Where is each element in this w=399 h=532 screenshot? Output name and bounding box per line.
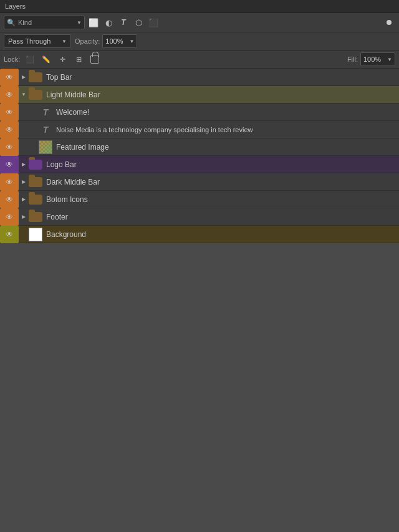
blend-mode-dropdown[interactable]: Pass Through ▼: [4, 34, 71, 48]
visibility-toggle[interactable]: 👁: [0, 156, 19, 173]
lock-all-icon[interactable]: [89, 53, 101, 65]
solid-layer-thumbnail: [29, 228, 42, 241]
lock-label: Lock:: [4, 56, 20, 63]
folder-icon: [29, 212, 42, 222]
layer-thumbnail: [29, 175, 42, 189]
filter-toggle[interactable]: [387, 20, 392, 25]
expand-chevron[interactable]: [19, 214, 29, 220]
layer-row[interactable]: 👁 T Welcome!: [0, 104, 399, 121]
chevron-down-icon: ▼: [77, 20, 82, 26]
opacity-arrow: ▼: [129, 39, 134, 44]
layers-list: 👁 Top Bar 👁 Light Middle Bar 👁: [0, 69, 399, 243]
expand-chevron[interactable]: [19, 92, 29, 97]
layer-row[interactable]: 👁 Top Bar: [0, 69, 399, 86]
kind-filter-dropdown[interactable]: 🔍 Kind ▼: [4, 16, 85, 29]
fill-arrow: ▼: [387, 57, 392, 62]
folder-icon: [29, 72, 42, 82]
layer-name: Top Bar: [46, 73, 399, 82]
eye-icon: 👁: [6, 195, 13, 204]
opacity-dropdown[interactable]: 100% ▼: [102, 34, 137, 48]
panel-title: Layers: [0, 0, 399, 13]
opacity-control: Opacity: 100% ▼: [75, 34, 137, 48]
visibility-toggle[interactable]: 👁: [0, 86, 19, 104]
layer-name: Logo Bar: [46, 160, 399, 169]
layer-row[interactable]: 👁 Logo Bar: [0, 156, 399, 173]
layer-row[interactable]: 👁 Footer: [0, 208, 399, 226]
lock-image-icon[interactable]: ✏️: [40, 53, 52, 65]
smart-filter-icon[interactable]: ⬛: [147, 16, 160, 29]
text-layer-icon: T: [43, 125, 49, 135]
layer-thumbnail: T: [39, 105, 52, 119]
layer-thumbnail: [29, 158, 42, 172]
adjustment-filter-icon[interactable]: ◐: [102, 16, 115, 29]
lock-all-icon-shape: [90, 55, 99, 64]
layer-name: Light Middle Bar: [46, 90, 399, 99]
layer-name: Botom Icons: [46, 195, 399, 204]
lock-position-icon[interactable]: ✛: [56, 53, 69, 65]
blend-mode-value: Pass Through: [8, 37, 50, 45]
layer-row[interactable]: 👁 Botom Icons: [0, 191, 399, 208]
visibility-toggle[interactable]: 👁: [0, 138, 19, 156]
expand-chevron[interactable]: [19, 196, 29, 202]
eye-icon: 👁: [6, 230, 13, 239]
search-icon: 🔍: [7, 19, 16, 27]
eye-icon: 👁: [6, 178, 13, 186]
layer-row[interactable]: 👁 Light Middle Bar: [0, 86, 399, 104]
layer-thumbnail: [29, 228, 42, 241]
layer-row[interactable]: 👁 T Noise Media is a technology company …: [0, 121, 399, 138]
visibility-toggle[interactable]: 👁: [0, 208, 19, 226]
panel-title-text: Layers: [5, 2, 26, 10]
fill-value: 100%: [363, 56, 381, 63]
lock-transparent-icon[interactable]: ⬛: [24, 53, 36, 65]
eye-icon: 👁: [6, 90, 13, 99]
layer-thumbnail: [29, 210, 42, 224]
fill-label: Fill:: [347, 56, 358, 63]
visibility-toggle[interactable]: 👁: [0, 69, 19, 86]
eye-icon: 👁: [6, 143, 13, 152]
fill-dropdown[interactable]: 100% ▼: [360, 52, 395, 66]
layers-panel: Layers 🔍 Kind ▼ ⬜ ◐ T ⬡ ⬛ Pass Through ▼…: [0, 0, 399, 243]
visibility-toggle[interactable]: 👁: [0, 173, 19, 191]
visibility-toggle[interactable]: 👁: [0, 104, 19, 121]
fill-control: Fill: 100% ▼: [347, 52, 395, 66]
layer-thumbnail: [39, 140, 52, 154]
layer-name: Noise Media is a technology company spec…: [56, 126, 399, 133]
layer-thumbnail: [29, 193, 42, 206]
text-layer-icon: T: [43, 107, 49, 117]
layer-thumbnail: [29, 88, 42, 102]
image-filter-icon[interactable]: ⬜: [87, 16, 100, 29]
type-filter-icon[interactable]: T: [117, 16, 130, 29]
folder-icon: [29, 195, 42, 205]
eye-icon: 👁: [6, 160, 13, 169]
expand-chevron[interactable]: [19, 74, 29, 80]
eye-icon: 👁: [6, 213, 13, 221]
layer-thumbnail: [29, 70, 42, 84]
visibility-toggle[interactable]: 👁: [0, 121, 19, 138]
image-thumbnail: [39, 140, 52, 154]
layer-row[interactable]: 👁 Background: [0, 226, 399, 243]
visibility-toggle[interactable]: 👁: [0, 226, 19, 243]
folder-icon: [29, 160, 42, 170]
toolbar-row3: Lock: ⬛ ✏️ ✛ ⊞ Fill: 100% ▼: [0, 51, 399, 69]
blend-mode-arrow: ▼: [62, 39, 67, 44]
lock-artboard-icon[interactable]: ⊞: [72, 53, 85, 65]
shape-filter-icon[interactable]: ⬡: [132, 16, 145, 29]
eye-icon: 👁: [6, 73, 13, 82]
folder-icon: [29, 177, 42, 187]
toolbar-row1: 🔍 Kind ▼ ⬜ ◐ T ⬡ ⬛: [0, 13, 399, 32]
expand-chevron[interactable]: [19, 179, 29, 185]
eye-icon: 👁: [6, 125, 13, 134]
layer-thumbnail: T: [39, 123, 52, 137]
eye-icon: 👁: [6, 108, 13, 117]
layer-row[interactable]: 👁 Featured Image: [0, 138, 399, 156]
toolbar-row2: Pass Through ▼ Opacity: 100% ▼: [0, 32, 399, 51]
layer-name: Dark Middle Bar: [46, 178, 399, 186]
expand-chevron[interactable]: [19, 162, 29, 167]
folder-icon: [29, 90, 42, 100]
visibility-toggle[interactable]: 👁: [0, 191, 19, 208]
opacity-value: 100%: [105, 37, 123, 45]
layer-name: Welcome!: [56, 108, 399, 117]
layer-name: Background: [46, 230, 399, 239]
filter-label: Kind: [18, 19, 32, 26]
layer-row[interactable]: 👁 Dark Middle Bar: [0, 173, 399, 191]
